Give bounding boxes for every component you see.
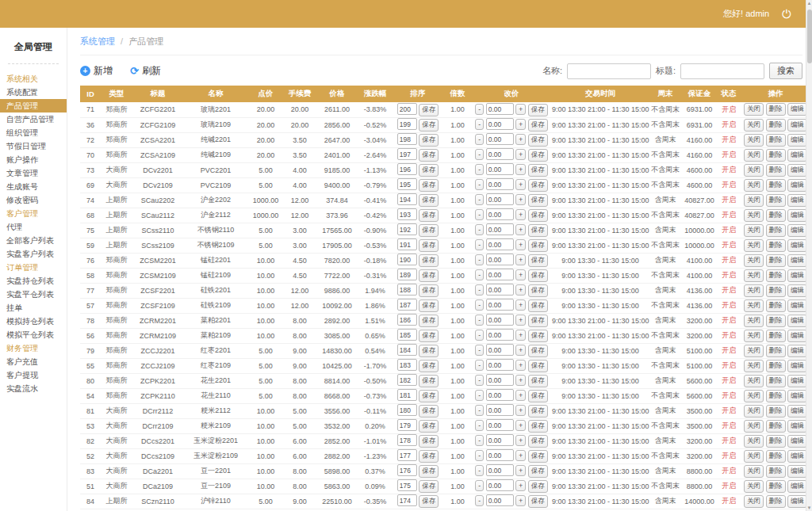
delete-button[interactable]: 删除 <box>766 103 786 116</box>
price-save-button[interactable]: 保存 <box>528 465 548 478</box>
sort-input[interactable] <box>397 178 417 190</box>
price-save-button[interactable]: 保存 <box>528 390 548 402</box>
edit-button[interactable]: 编辑 <box>787 194 807 207</box>
price-plus-button[interactable]: + <box>515 209 526 220</box>
price-minus-button[interactable]: - <box>475 104 484 115</box>
price-adjust-input[interactable] <box>486 344 514 356</box>
sort-save-button[interactable]: 保存 <box>419 224 439 237</box>
price-plus-button[interactable]: + <box>515 134 526 145</box>
price-adjust-input[interactable] <box>486 133 514 145</box>
sidebar-item[interactable]: 全部客户列表 <box>0 234 67 247</box>
sort-save-button[interactable]: 保存 <box>419 299 439 312</box>
price-plus-button[interactable]: + <box>515 495 526 506</box>
sort-save-button[interactable]: 保存 <box>419 284 439 297</box>
sort-input[interactable] <box>397 133 417 145</box>
edit-button[interactable]: 编辑 <box>787 239 807 252</box>
price-plus-button[interactable]: + <box>515 149 526 160</box>
sort-save-button[interactable]: 保存 <box>419 450 439 463</box>
price-plus-button[interactable]: + <box>515 465 526 476</box>
sort-save-button[interactable]: 保存 <box>419 149 439 162</box>
price-save-button[interactable]: 保存 <box>528 164 548 177</box>
sort-input[interactable] <box>397 314 417 326</box>
edit-button[interactable]: 编辑 <box>787 360 807 372</box>
sort-save-button[interactable]: 保存 <box>419 465 439 478</box>
price-minus-button[interactable]: - <box>475 420 484 431</box>
price-plus-button[interactable]: + <box>515 179 526 190</box>
close-button[interactable]: 关闭 <box>744 345 764 357</box>
sort-input[interactable] <box>397 359 417 371</box>
price-save-button[interactable]: 保存 <box>528 435 548 448</box>
price-adjust-input[interactable] <box>486 254 514 265</box>
scroll-up-icon[interactable]: ▲ <box>807 0 812 6</box>
price-minus-button[interactable]: - <box>475 315 484 326</box>
close-button[interactable]: 关闭 <box>744 134 764 147</box>
edit-button[interactable]: 编辑 <box>787 405 807 418</box>
price-save-button[interactable]: 保存 <box>528 405 548 418</box>
sort-input[interactable] <box>397 449 417 461</box>
price-plus-button[interactable]: + <box>515 284 526 296</box>
sort-input[interactable] <box>397 193 417 205</box>
price-minus-button[interactable]: - <box>475 134 484 145</box>
price-plus-button[interactable]: + <box>515 390 526 401</box>
price-plus-button[interactable]: + <box>515 405 526 416</box>
sort-input[interactable] <box>397 254 417 265</box>
search-button[interactable]: 搜索 <box>769 63 802 79</box>
delete-button[interactable]: 删除 <box>766 164 786 177</box>
price-adjust-input[interactable] <box>486 193 514 205</box>
price-minus-button[interactable]: - <box>475 149 484 160</box>
sort-save-button[interactable]: 保存 <box>419 495 439 508</box>
close-button[interactable]: 关闭 <box>744 299 764 312</box>
price-save-button[interactable]: 保存 <box>528 330 548 342</box>
edit-button[interactable]: 编辑 <box>787 495 807 508</box>
delete-button[interactable]: 删除 <box>766 390 786 402</box>
name-filter-input[interactable] <box>567 63 651 79</box>
sort-input[interactable] <box>397 479 417 491</box>
close-button[interactable]: 关闭 <box>744 360 764 372</box>
sidebar-item[interactable]: 产品管理 <box>0 99 67 112</box>
sort-save-button[interactable]: 保存 <box>419 119 439 132</box>
price-save-button[interactable]: 保存 <box>528 360 548 372</box>
price-save-button[interactable]: 保存 <box>528 375 548 387</box>
add-button[interactable]: + 新增 <box>80 64 113 78</box>
price-adjust-input[interactable] <box>486 494 514 506</box>
sidebar-item[interactable]: 生成账号 <box>0 180 67 193</box>
close-button[interactable]: 关闭 <box>744 405 764 418</box>
price-plus-button[interactable]: + <box>515 345 526 356</box>
sidebar-item[interactable]: 自营产品管理 <box>0 112 67 126</box>
sidebar-item[interactable]: 实盘流水 <box>0 382 67 395</box>
price-minus-button[interactable]: - <box>475 375 484 386</box>
price-minus-button[interactable]: - <box>475 465 484 476</box>
edit-button[interactable]: 编辑 <box>787 435 807 448</box>
price-save-button[interactable]: 保存 <box>528 315 548 327</box>
price-plus-button[interactable]: + <box>515 194 526 205</box>
sort-input[interactable] <box>397 238 417 250</box>
close-button[interactable]: 关闭 <box>744 149 764 162</box>
sort-save-button[interactable]: 保存 <box>419 390 439 402</box>
sort-input[interactable] <box>397 284 417 296</box>
sort-input[interactable] <box>397 464 417 476</box>
sort-save-button[interactable]: 保存 <box>419 254 439 267</box>
delete-button[interactable]: 删除 <box>766 224 786 237</box>
price-plus-button[interactable]: + <box>515 315 526 326</box>
close-button[interactable]: 关闭 <box>744 103 764 116</box>
close-button[interactable]: 关闭 <box>744 269 764 282</box>
price-minus-button[interactable]: - <box>475 194 484 205</box>
price-minus-button[interactable]: - <box>475 345 484 356</box>
sort-input[interactable] <box>397 344 417 356</box>
edit-button[interactable]: 编辑 <box>787 299 807 312</box>
edit-button[interactable]: 编辑 <box>787 164 807 177</box>
scrollbar-thumb[interactable] <box>807 10 812 63</box>
price-save-button[interactable]: 保存 <box>528 345 548 357</box>
breadcrumb-parent-link[interactable]: 系统管理 <box>80 36 115 46</box>
price-plus-button[interactable]: + <box>515 224 526 235</box>
sidebar-item[interactable]: 挂单 <box>0 301 67 315</box>
sort-save-button[interactable]: 保存 <box>419 269 439 282</box>
close-button[interactable]: 关闭 <box>744 375 764 387</box>
sort-input[interactable] <box>397 329 417 341</box>
sidebar-item[interactable]: 模拟持仓列表 <box>0 315 67 328</box>
price-minus-button[interactable]: - <box>475 299 484 311</box>
delete-button[interactable]: 删除 <box>766 149 786 162</box>
price-adjust-input[interactable] <box>486 178 514 190</box>
price-plus-button[interactable]: + <box>515 239 526 250</box>
delete-button[interactable]: 删除 <box>766 420 786 433</box>
